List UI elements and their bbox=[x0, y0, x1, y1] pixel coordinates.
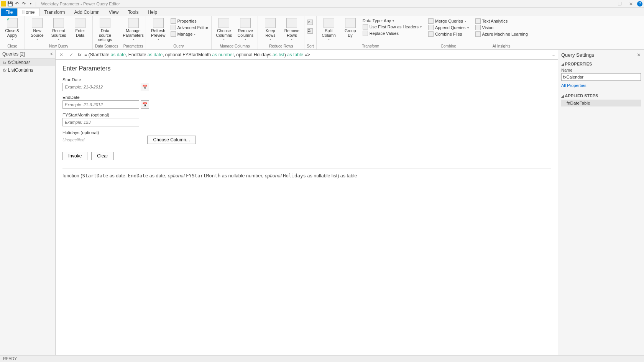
help-icon[interactable]: ? bbox=[637, 1, 642, 7]
advanced-editor-button[interactable]: Advanced Editor bbox=[170, 25, 209, 31]
manage-parameters-button[interactable]: ManageParameters bbox=[123, 17, 143, 41]
formula-expand-icon[interactable]: ⌄ bbox=[552, 52, 555, 57]
choose-column-button[interactable]: Choose Column... bbox=[147, 136, 196, 144]
invoke-button[interactable]: Invoke bbox=[62, 152, 87, 160]
tab-help[interactable]: Help bbox=[143, 8, 162, 16]
all-properties-link[interactable]: All Properties bbox=[561, 83, 586, 88]
startdate-datepicker-icon[interactable]: 📅 bbox=[141, 83, 149, 91]
enddate-label: EndDate bbox=[62, 95, 551, 100]
window-title: Weekday Parameter - Power Query Editor bbox=[41, 2, 120, 6]
close-apply-button[interactable]: Close &Apply bbox=[2, 17, 22, 41]
save-icon[interactable]: 💾 bbox=[7, 1, 13, 7]
queries-pane: Queries [2] < fx fxCalendar fx ListConta… bbox=[0, 50, 56, 355]
ribbon-group-reduce-rows: Reduce Rows bbox=[260, 43, 302, 49]
holidays-unspecified: Unspecified bbox=[62, 138, 84, 142]
app-icon bbox=[1, 1, 6, 7]
merge-queries-button[interactable]: Merge Queries bbox=[427, 18, 470, 24]
enddate-input[interactable] bbox=[62, 100, 139, 109]
remove-columns-button[interactable]: RemoveColumns bbox=[235, 17, 255, 41]
query-settings-title: Query Settings bbox=[561, 52, 594, 58]
redo-icon[interactable]: ↷ bbox=[21, 1, 27, 7]
formula-bar: ✕ ✓ fx = (StartDate as date, EndDate as … bbox=[56, 50, 558, 60]
vision-button[interactable]: Vision bbox=[475, 25, 529, 31]
enddate-datepicker-icon[interactable]: 📅 bbox=[141, 100, 149, 109]
name-label: Name bbox=[561, 68, 641, 72]
manage-query-button[interactable]: Manage bbox=[170, 31, 209, 37]
ribbon-group-combine: Combine bbox=[427, 43, 470, 49]
append-queries-button[interactable]: Append Queries bbox=[427, 25, 470, 31]
ribbon-group-sort: Sort bbox=[307, 43, 314, 49]
ribbon-group-close: Close bbox=[2, 43, 22, 49]
formula-cancel-icon[interactable]: ✕ bbox=[58, 51, 65, 58]
tab-tools[interactable]: Tools bbox=[123, 8, 143, 16]
startdate-input[interactable] bbox=[62, 83, 139, 91]
combine-files-button[interactable]: Combine Files bbox=[427, 31, 470, 37]
query-item-listcontains[interactable]: fx ListContains bbox=[0, 66, 55, 74]
replace-values-button[interactable]: Replace Values bbox=[362, 30, 422, 36]
choose-columns-button[interactable]: ChooseColumns bbox=[214, 17, 234, 41]
startdate-label: StartDate bbox=[62, 77, 551, 82]
refresh-preview-button[interactable]: RefreshPreview bbox=[148, 17, 168, 41]
properties-button[interactable]: Properties bbox=[170, 18, 209, 24]
fystartmonth-input[interactable] bbox=[62, 118, 139, 126]
function-signature: function (StartDate as date, EndDate as … bbox=[62, 169, 551, 179]
ribbon: Close &Apply Close NewSource RecentSourc… bbox=[0, 16, 644, 50]
function-icon: fx bbox=[3, 60, 7, 65]
keep-rows-button[interactable]: KeepRows bbox=[260, 17, 280, 41]
text-analytics-button[interactable]: Text Analytics bbox=[475, 18, 529, 24]
ribbon-group-query: Query bbox=[148, 43, 209, 49]
ribbon-group-parameters: Parameters bbox=[123, 43, 143, 49]
applied-steps-section: APPLIED STEPS bbox=[561, 93, 641, 98]
holidays-label: Holidays (optional) bbox=[62, 130, 551, 135]
formula-commit-icon[interactable]: ✓ bbox=[68, 51, 75, 58]
properties-section: PROPERTIES bbox=[561, 62, 641, 66]
data-source-settings-button[interactable]: Data sourcesettings bbox=[95, 17, 115, 42]
sort-desc-button[interactable]: Z↓ bbox=[307, 27, 314, 35]
main-pane: ✕ ✓ fx = (StartDate as date, EndDate as … bbox=[56, 50, 558, 355]
ribbon-group-ai-insights: AI Insights bbox=[475, 43, 529, 49]
tab-transform[interactable]: Transform bbox=[39, 8, 69, 16]
new-source-button[interactable]: NewSource bbox=[27, 17, 47, 41]
use-first-row-headers-button[interactable]: Use First Row as Headers bbox=[362, 24, 422, 30]
minimize-button[interactable]: — bbox=[603, 0, 613, 7]
query-item-fxcalendar[interactable]: fx fxCalendar bbox=[0, 59, 55, 66]
sort-asc-button[interactable]: A↓ bbox=[307, 18, 314, 26]
tab-view[interactable]: View bbox=[104, 8, 123, 16]
collapse-queries-icon[interactable]: < bbox=[50, 51, 53, 57]
fystartmonth-label: FYStartMonth (optional) bbox=[62, 113, 551, 117]
enter-parameters-title: Enter Parameters bbox=[62, 65, 551, 72]
fx-icon[interactable]: fx bbox=[78, 52, 81, 57]
query-settings-pane: Query Settings ✕ PROPERTIES Name All Pro… bbox=[558, 50, 644, 355]
split-column-button[interactable]: SplitColumn bbox=[319, 17, 339, 41]
tab-add-column[interactable]: Add Column bbox=[70, 8, 104, 16]
remove-rows-button[interactable]: RemoveRows bbox=[282, 17, 302, 41]
recent-sources-button[interactable]: RecentSources bbox=[49, 17, 69, 41]
queries-header: Queries [2] bbox=[2, 51, 25, 57]
status-text: READY bbox=[3, 356, 17, 361]
tab-home[interactable]: Home bbox=[17, 8, 39, 16]
query-name-input[interactable] bbox=[561, 73, 641, 81]
maximize-button[interactable]: ☐ bbox=[614, 0, 625, 7]
enter-data-button[interactable]: EnterData bbox=[70, 17, 90, 38]
applied-step-fndatetable[interactable]: fnDateTable bbox=[561, 100, 641, 106]
status-bar: READY bbox=[0, 355, 644, 362]
close-window-button[interactable]: ✕ bbox=[626, 0, 636, 7]
data-type-button[interactable]: Data Type: Any bbox=[362, 18, 422, 23]
close-settings-icon[interactable]: ✕ bbox=[637, 52, 641, 58]
ribbon-group-data-sources: Data Sources bbox=[95, 43, 118, 49]
azure-ml-button[interactable]: Azure Machine Learning bbox=[475, 31, 529, 37]
ribbon-group-manage-columns: Manage Columns bbox=[214, 43, 255, 49]
clear-button[interactable]: Clear bbox=[91, 152, 114, 160]
qat-dropdown-icon[interactable]: ▾ bbox=[28, 1, 34, 7]
function-icon: fx bbox=[3, 68, 7, 72]
ribbon-tabs: File Home Transform Add Column View Tool… bbox=[0, 8, 644, 16]
ribbon-group-transform: Transform bbox=[319, 43, 422, 49]
titlebar: 💾 ↶ ↷ ▾ | Weekday Parameter - Power Quer… bbox=[0, 0, 644, 8]
ribbon-group-new-query: New Query bbox=[27, 43, 90, 49]
undo-icon[interactable]: ↶ bbox=[14, 1, 20, 7]
formula-text[interactable]: = (StartDate as date, EndDate as date, o… bbox=[84, 52, 549, 57]
group-by-button[interactable]: GroupBy bbox=[340, 17, 360, 38]
tab-file[interactable]: File bbox=[1, 8, 17, 16]
